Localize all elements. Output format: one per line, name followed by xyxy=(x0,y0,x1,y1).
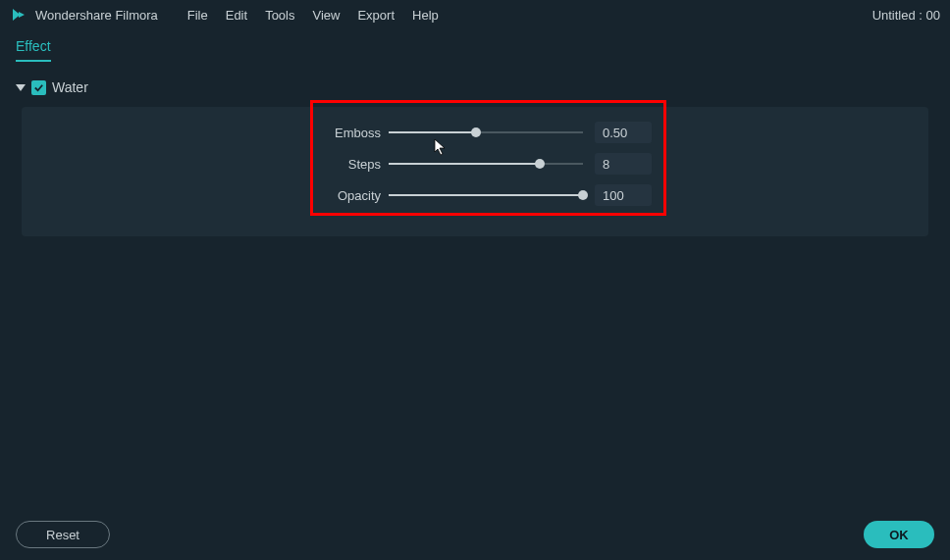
menu-tools[interactable]: Tools xyxy=(265,8,294,23)
tab-effect[interactable]: Effect xyxy=(16,38,51,62)
slider-controls: Emboss 0.50 Steps 8 Opacity xyxy=(328,117,661,211)
slider-label: Opacity xyxy=(328,188,389,203)
slider-label: Steps xyxy=(328,157,389,172)
steps-slider[interactable] xyxy=(389,157,583,171)
menu-edit[interactable]: Edit xyxy=(226,8,247,23)
steps-value[interactable]: 8 xyxy=(595,153,652,175)
slider-row-emboss: Emboss 0.50 xyxy=(328,117,661,148)
slider-row-opacity: Opacity 100 xyxy=(328,179,661,211)
tabbar: Effect xyxy=(0,29,950,62)
project-name: Untitled : 00 xyxy=(872,8,940,23)
menu-view[interactable]: View xyxy=(312,8,340,23)
emboss-slider[interactable] xyxy=(389,126,583,139)
app-name: Wondershare Filmora xyxy=(35,8,158,23)
footer: Reset OK xyxy=(0,521,950,548)
menu-file[interactable]: File xyxy=(187,8,208,23)
opacity-value[interactable]: 100 xyxy=(595,184,652,206)
effect-panel: Emboss 0.50 Steps 8 Opacity xyxy=(22,107,928,236)
ok-button[interactable]: OK xyxy=(864,521,934,548)
opacity-slider[interactable] xyxy=(389,188,583,202)
menubar: File Edit Tools View Export Help xyxy=(187,8,439,23)
app-logo-icon xyxy=(10,6,27,24)
slider-label: Emboss xyxy=(328,126,389,140)
collapse-toggle-icon[interactable] xyxy=(16,84,26,91)
content-area: Water Emboss 0.50 Steps 8 xyxy=(0,62,950,236)
effect-header: Water xyxy=(16,79,934,95)
slider-row-steps: Steps 8 xyxy=(328,148,661,179)
menu-export[interactable]: Export xyxy=(357,8,395,23)
effect-enable-checkbox[interactable] xyxy=(31,80,46,95)
reset-button[interactable]: Reset xyxy=(16,521,110,548)
effect-name: Water xyxy=(52,79,88,95)
menu-help[interactable]: Help xyxy=(412,8,439,23)
emboss-value[interactable]: 0.50 xyxy=(595,122,652,143)
titlebar: Wondershare Filmora File Edit Tools View… xyxy=(0,0,950,29)
